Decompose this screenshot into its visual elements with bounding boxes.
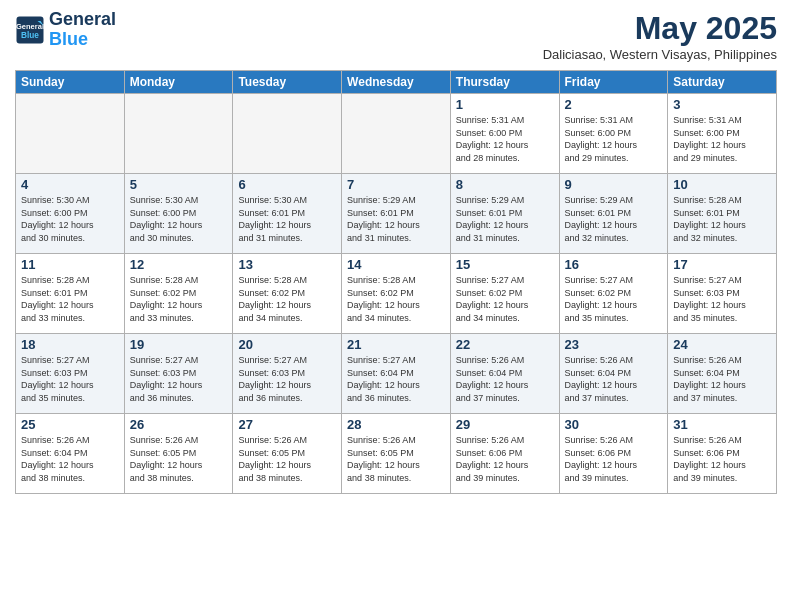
location: Daliciasao, Western Visayas, Philippines — [543, 47, 777, 62]
page: General Blue General Blue May 2025 Dalic… — [0, 0, 792, 612]
calendar-cell: 23Sunrise: 5:26 AM Sunset: 6:04 PM Dayli… — [559, 334, 668, 414]
day-number: 14 — [347, 257, 445, 272]
day-info: Sunrise: 5:28 AM Sunset: 6:01 PM Dayligh… — [21, 274, 119, 324]
day-number: 26 — [130, 417, 228, 432]
col-sunday: Sunday — [16, 71, 125, 94]
day-info: Sunrise: 5:26 AM Sunset: 6:05 PM Dayligh… — [130, 434, 228, 484]
day-number: 7 — [347, 177, 445, 192]
day-number: 13 — [238, 257, 336, 272]
calendar-week-5: 25Sunrise: 5:26 AM Sunset: 6:04 PM Dayli… — [16, 414, 777, 494]
col-thursday: Thursday — [450, 71, 559, 94]
calendar-cell: 19Sunrise: 5:27 AM Sunset: 6:03 PM Dayli… — [124, 334, 233, 414]
day-number: 19 — [130, 337, 228, 352]
day-number: 31 — [673, 417, 771, 432]
day-number: 21 — [347, 337, 445, 352]
day-info: Sunrise: 5:26 AM Sunset: 6:05 PM Dayligh… — [347, 434, 445, 484]
calendar-cell: 7Sunrise: 5:29 AM Sunset: 6:01 PM Daylig… — [342, 174, 451, 254]
col-friday: Friday — [559, 71, 668, 94]
svg-text:Blue: Blue — [21, 30, 39, 39]
day-info: Sunrise: 5:26 AM Sunset: 6:04 PM Dayligh… — [673, 354, 771, 404]
calendar-cell: 9Sunrise: 5:29 AM Sunset: 6:01 PM Daylig… — [559, 174, 668, 254]
day-number: 24 — [673, 337, 771, 352]
day-number: 10 — [673, 177, 771, 192]
col-wednesday: Wednesday — [342, 71, 451, 94]
calendar-header: Sunday Monday Tuesday Wednesday Thursday… — [16, 71, 777, 94]
calendar-cell: 8Sunrise: 5:29 AM Sunset: 6:01 PM Daylig… — [450, 174, 559, 254]
day-info: Sunrise: 5:30 AM Sunset: 6:01 PM Dayligh… — [238, 194, 336, 244]
calendar-body: 1Sunrise: 5:31 AM Sunset: 6:00 PM Daylig… — [16, 94, 777, 494]
day-info: Sunrise: 5:26 AM Sunset: 6:06 PM Dayligh… — [673, 434, 771, 484]
calendar-cell: 28Sunrise: 5:26 AM Sunset: 6:05 PM Dayli… — [342, 414, 451, 494]
calendar-cell: 29Sunrise: 5:26 AM Sunset: 6:06 PM Dayli… — [450, 414, 559, 494]
day-number: 27 — [238, 417, 336, 432]
calendar-week-4: 18Sunrise: 5:27 AM Sunset: 6:03 PM Dayli… — [16, 334, 777, 414]
month-title: May 2025 — [543, 10, 777, 47]
day-number: 20 — [238, 337, 336, 352]
day-number: 8 — [456, 177, 554, 192]
day-info: Sunrise: 5:30 AM Sunset: 6:00 PM Dayligh… — [130, 194, 228, 244]
calendar-week-1: 1Sunrise: 5:31 AM Sunset: 6:00 PM Daylig… — [16, 94, 777, 174]
day-number: 2 — [565, 97, 663, 112]
calendar-cell: 27Sunrise: 5:26 AM Sunset: 6:05 PM Dayli… — [233, 414, 342, 494]
day-info: Sunrise: 5:27 AM Sunset: 6:02 PM Dayligh… — [565, 274, 663, 324]
col-monday: Monday — [124, 71, 233, 94]
day-number: 4 — [21, 177, 119, 192]
calendar-cell: 14Sunrise: 5:28 AM Sunset: 6:02 PM Dayli… — [342, 254, 451, 334]
day-info: Sunrise: 5:27 AM Sunset: 6:03 PM Dayligh… — [673, 274, 771, 324]
day-info: Sunrise: 5:31 AM Sunset: 6:00 PM Dayligh… — [565, 114, 663, 164]
calendar-cell — [233, 94, 342, 174]
calendar-cell: 10Sunrise: 5:28 AM Sunset: 6:01 PM Dayli… — [668, 174, 777, 254]
day-number: 30 — [565, 417, 663, 432]
day-info: Sunrise: 5:26 AM Sunset: 6:04 PM Dayligh… — [21, 434, 119, 484]
day-info: Sunrise: 5:28 AM Sunset: 6:02 PM Dayligh… — [347, 274, 445, 324]
day-info: Sunrise: 5:31 AM Sunset: 6:00 PM Dayligh… — [673, 114, 771, 164]
day-info: Sunrise: 5:26 AM Sunset: 6:06 PM Dayligh… — [456, 434, 554, 484]
day-number: 28 — [347, 417, 445, 432]
calendar-cell: 16Sunrise: 5:27 AM Sunset: 6:02 PM Dayli… — [559, 254, 668, 334]
day-info: Sunrise: 5:29 AM Sunset: 6:01 PM Dayligh… — [456, 194, 554, 244]
day-number: 25 — [21, 417, 119, 432]
logo-line2: Blue — [49, 30, 116, 50]
day-info: Sunrise: 5:26 AM Sunset: 6:05 PM Dayligh… — [238, 434, 336, 484]
calendar-cell: 17Sunrise: 5:27 AM Sunset: 6:03 PM Dayli… — [668, 254, 777, 334]
day-number: 16 — [565, 257, 663, 272]
day-number: 17 — [673, 257, 771, 272]
calendar-cell: 15Sunrise: 5:27 AM Sunset: 6:02 PM Dayli… — [450, 254, 559, 334]
day-number: 18 — [21, 337, 119, 352]
day-info: Sunrise: 5:31 AM Sunset: 6:00 PM Dayligh… — [456, 114, 554, 164]
day-number: 1 — [456, 97, 554, 112]
calendar-cell: 24Sunrise: 5:26 AM Sunset: 6:04 PM Dayli… — [668, 334, 777, 414]
calendar-cell — [342, 94, 451, 174]
calendar-week-3: 11Sunrise: 5:28 AM Sunset: 6:01 PM Dayli… — [16, 254, 777, 334]
day-info: Sunrise: 5:27 AM Sunset: 6:03 PM Dayligh… — [21, 354, 119, 404]
day-info: Sunrise: 5:27 AM Sunset: 6:03 PM Dayligh… — [130, 354, 228, 404]
calendar-table: Sunday Monday Tuesday Wednesday Thursday… — [15, 70, 777, 494]
header-row: Sunday Monday Tuesday Wednesday Thursday… — [16, 71, 777, 94]
logo: General Blue General Blue — [15, 10, 116, 50]
day-info: Sunrise: 5:28 AM Sunset: 6:02 PM Dayligh… — [130, 274, 228, 324]
calendar-cell: 6Sunrise: 5:30 AM Sunset: 6:01 PM Daylig… — [233, 174, 342, 254]
calendar-cell: 4Sunrise: 5:30 AM Sunset: 6:00 PM Daylig… — [16, 174, 125, 254]
day-number: 29 — [456, 417, 554, 432]
day-info: Sunrise: 5:28 AM Sunset: 6:01 PM Dayligh… — [673, 194, 771, 244]
day-number: 3 — [673, 97, 771, 112]
logo-text: General Blue — [49, 10, 116, 50]
day-number: 11 — [21, 257, 119, 272]
calendar-cell: 11Sunrise: 5:28 AM Sunset: 6:01 PM Dayli… — [16, 254, 125, 334]
day-info: Sunrise: 5:26 AM Sunset: 6:04 PM Dayligh… — [456, 354, 554, 404]
day-number: 5 — [130, 177, 228, 192]
calendar-cell: 3Sunrise: 5:31 AM Sunset: 6:00 PM Daylig… — [668, 94, 777, 174]
calendar-cell: 20Sunrise: 5:27 AM Sunset: 6:03 PM Dayli… — [233, 334, 342, 414]
day-info: Sunrise: 5:28 AM Sunset: 6:02 PM Dayligh… — [238, 274, 336, 324]
day-info: Sunrise: 5:29 AM Sunset: 6:01 PM Dayligh… — [347, 194, 445, 244]
col-tuesday: Tuesday — [233, 71, 342, 94]
calendar-week-2: 4Sunrise: 5:30 AM Sunset: 6:00 PM Daylig… — [16, 174, 777, 254]
calendar-cell: 31Sunrise: 5:26 AM Sunset: 6:06 PM Dayli… — [668, 414, 777, 494]
day-number: 12 — [130, 257, 228, 272]
col-saturday: Saturday — [668, 71, 777, 94]
calendar-cell: 18Sunrise: 5:27 AM Sunset: 6:03 PM Dayli… — [16, 334, 125, 414]
calendar-cell: 12Sunrise: 5:28 AM Sunset: 6:02 PM Dayli… — [124, 254, 233, 334]
header: General Blue General Blue May 2025 Dalic… — [15, 10, 777, 62]
day-info: Sunrise: 5:27 AM Sunset: 6:04 PM Dayligh… — [347, 354, 445, 404]
calendar-cell: 22Sunrise: 5:26 AM Sunset: 6:04 PM Dayli… — [450, 334, 559, 414]
